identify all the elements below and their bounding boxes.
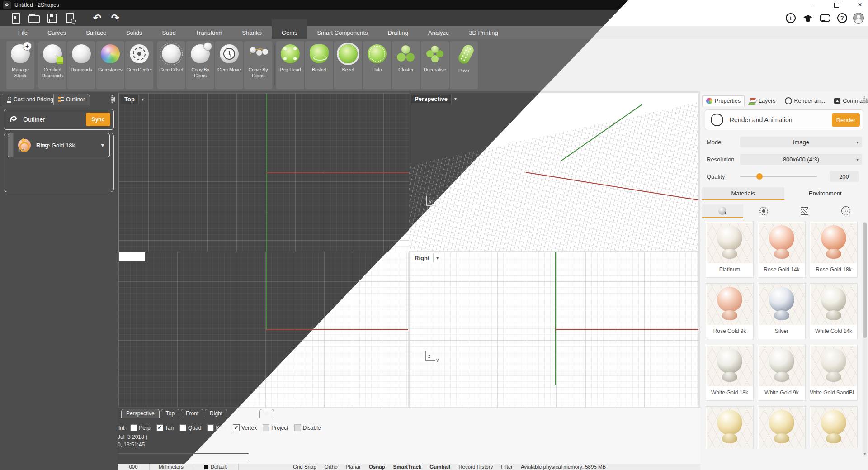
osnap-item[interactable]: ✓ Knot (207, 424, 227, 431)
ribbon-button[interactable]: Manage Stock (6, 41, 34, 89)
slider-handle[interactable] (756, 173, 763, 180)
osnap-label[interactable]: Quad (188, 425, 201, 431)
osnap-label[interactable]: Perp (139, 425, 150, 431)
osnap-item[interactable]: ✓ Perp (130, 424, 150, 431)
checkbox[interactable]: ✓ (263, 424, 269, 431)
ribbon-button[interactable]: Peg Head (276, 41, 304, 89)
scrollbar[interactable]: ▼ (863, 222, 867, 457)
menu-tab[interactable]: Subd (152, 26, 185, 39)
osnap-item[interactable]: ✓ Project (263, 424, 288, 431)
checkbox[interactable]: ✓ (294, 424, 301, 431)
viewport-tab[interactable]: Front (181, 409, 203, 418)
chevron-down-icon[interactable]: ▾ (101, 142, 104, 148)
osnap-label[interactable]: Project (271, 425, 288, 431)
status-toggle[interactable]: Record History (458, 464, 493, 470)
help-button[interactable]: ? (835, 10, 850, 26)
ribbon-button[interactable]: Diamonds (67, 41, 95, 89)
panel-tab[interactable]: Layers (745, 95, 780, 106)
material-swatch[interactable]: Rose Gold 9k (706, 283, 754, 339)
menu-tab[interactable]: Transform (186, 26, 232, 39)
tab-outliner[interactable]: Outliner (53, 94, 90, 105)
layer-cell[interactable]: Default (193, 464, 239, 470)
status-toggle[interactable]: Gumball (429, 464, 450, 470)
tab-materials[interactable]: Materials (702, 187, 784, 200)
close-button[interactable]: × (851, 0, 868, 10)
panel-settings-button[interactable] (111, 95, 113, 104)
chat-button[interactable] (817, 10, 833, 26)
category-metals[interactable] (702, 204, 743, 218)
status-toggle[interactable]: Osnap (369, 464, 385, 470)
menu-tab[interactable]: Solids (116, 26, 152, 39)
checkbox[interactable]: ✓ (233, 424, 240, 431)
viewport-right[interactable]: z y Right ▾ (409, 252, 698, 407)
ribbon-button[interactable]: Pave (450, 41, 478, 89)
osnap-item[interactable]: ✓ Int (118, 425, 124, 431)
status-toggle[interactable]: Filter (501, 464, 513, 470)
viewport-tab[interactable]: Perspective (121, 409, 160, 418)
panel-tab[interactable]: Commands (830, 95, 868, 106)
ribbon-button[interactable]: Basket (305, 41, 333, 89)
account-button[interactable] (851, 10, 866, 26)
units-cell[interactable]: Millimeters (150, 464, 193, 470)
status-toggle[interactable]: Planar (346, 464, 361, 470)
material-swatch[interactable]: Rose Gold 14k (758, 222, 806, 278)
ribbon-button[interactable]: Cluster (392, 41, 420, 89)
resolution-dropdown[interactable]: 800x600 (4:3) ▾ (740, 154, 862, 165)
menu-tab[interactable]: Surface (76, 26, 116, 39)
viewport-top-label[interactable]: Top ▾ (121, 95, 146, 104)
viewport-tab[interactable]: Right (205, 409, 227, 418)
viewport-perspective-label[interactable]: Perspective ▾ (411, 95, 459, 103)
osnap-label[interactable]: Disable (303, 425, 321, 431)
checkbox[interactable]: ✓ (179, 424, 186, 431)
menu-tab[interactable]: File (8, 26, 38, 39)
menu-tab[interactable]: Gems (272, 19, 307, 41)
checkbox[interactable]: ✓ (156, 424, 163, 431)
checkbox[interactable]: ✓ (207, 424, 214, 431)
material-swatch[interactable]: White Gold 14k (810, 283, 858, 339)
undo-button[interactable]: ↶ (90, 10, 105, 26)
ribbon-button[interactable]: Certified Diamonds (38, 41, 66, 89)
osnap-label[interactable]: Knot (216, 425, 227, 431)
viewport-right-label[interactable]: Right ▾ (411, 254, 441, 262)
osnap-label[interactable]: Tan (165, 425, 174, 431)
minimize-button[interactable]: – (804, 0, 822, 10)
material-swatch[interactable]: White Gold 18k (706, 345, 754, 401)
redo-button[interactable]: ↷ (108, 10, 123, 26)
material-swatch[interactable]: White Gold SandBl… (810, 345, 858, 401)
outliner-item[interactable]: Ring ▾ (8, 133, 110, 157)
osnap-item[interactable]: ✓ Disable (294, 424, 321, 431)
material-swatch[interactable] (810, 406, 858, 448)
material-swatch[interactable]: Platinum (706, 222, 754, 278)
material-swatch[interactable] (758, 406, 806, 448)
ribbon-button[interactable]: Copy By Gems (186, 41, 214, 89)
incremental-save-button[interactable] (62, 10, 78, 26)
ribbon-button[interactable]: Gemstones (96, 41, 124, 89)
menu-tab[interactable]: Curves (38, 26, 76, 39)
restore-button[interactable] (827, 0, 845, 10)
ribbon-button[interactable]: Gem Move (215, 41, 243, 89)
menu-tab[interactable]: Shanks (232, 26, 272, 39)
quality-slider[interactable] (740, 171, 817, 182)
viewport-tab[interactable]: Top (161, 409, 179, 418)
material-swatch[interactable]: Silver (758, 283, 806, 339)
viewport-menu-chevron[interactable]: ▾ (138, 95, 146, 104)
scrollbar-down-arrow[interactable]: ▼ (863, 452, 867, 456)
academy-button[interactable] (800, 10, 816, 26)
osnap-label[interactable]: Vertex (241, 425, 257, 431)
mode-dropdown[interactable]: Image ▾ (740, 137, 862, 147)
status-toggle[interactable]: Ortho (325, 464, 338, 470)
viewport-perspective[interactable]: y x Perspective ▾ (409, 93, 698, 251)
osnap-item[interactable]: ✓ Quad (179, 424, 201, 431)
panel-settings-button[interactable] (863, 97, 865, 105)
osnap-item[interactable]: ✓ Tan (156, 424, 174, 431)
tab-environment[interactable]: Environment (784, 187, 867, 200)
material-swatch[interactable]: Rose Gold 18k (810, 222, 858, 278)
menu-tab[interactable]: Analyze (418, 26, 459, 39)
category-more[interactable]: ⋯ (825, 204, 866, 218)
panel-tab[interactable]: Render an... (781, 95, 830, 107)
osnap-item[interactable]: ✓ Vertex (233, 424, 257, 431)
menu-tab[interactable]: Smart Components (307, 26, 378, 39)
new-file-button[interactable] (8, 10, 24, 26)
save-button[interactable] (44, 10, 60, 26)
checkbox[interactable]: ✓ (130, 424, 137, 431)
